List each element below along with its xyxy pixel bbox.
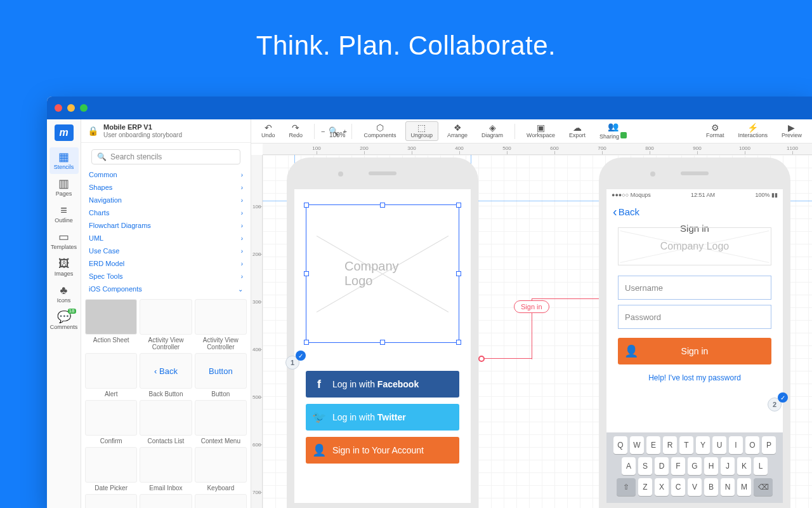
stencil-item[interactable]: ButtonButton: [195, 353, 247, 398]
key-f[interactable]: F: [671, 457, 685, 475]
app-logo: m: [55, 124, 74, 141]
zoom-out-icon[interactable]: −: [321, 128, 325, 135]
twitter-login-button[interactable]: 🐦Log in with Twitter: [306, 404, 459, 431]
stencil-item[interactable]: Activity View Controller: [140, 299, 192, 351]
preview-button[interactable]: ▶Preview: [776, 122, 807, 140]
category-spec-tools[interactable]: Spec Tools›: [86, 270, 246, 283]
category-use-case[interactable]: Use Case›: [86, 244, 246, 257]
key-t[interactable]: T: [679, 436, 693, 454]
stencil-item[interactable]: Keyboard: [195, 447, 247, 491]
redo-button[interactable]: ↷Redo: [284, 122, 308, 140]
top-toolbar: ↶Undo ↷Redo −🔍+ 100% ⬡Components ⬚Ungrou…: [251, 119, 812, 144]
phone-mockup-1[interactable]: Company Logo fLog in with Facebook 🐦Log …: [287, 157, 478, 508]
stencil-item[interactable]: Email Inbox: [140, 447, 192, 491]
key-r[interactable]: R: [663, 436, 677, 454]
key-b[interactable]: B: [704, 478, 718, 496]
stencil-item[interactable]: Activity View Controller: [195, 299, 247, 351]
stencil-item[interactable]: Alert: [85, 353, 137, 398]
key-h[interactable]: H: [704, 457, 718, 475]
key-v[interactable]: V: [688, 478, 702, 496]
window-close-button[interactable]: [55, 104, 62, 112]
key-k[interactable]: K: [737, 457, 751, 475]
stencil-item[interactable]: ‹ BackBack Button: [140, 353, 192, 398]
key-l[interactable]: L: [754, 457, 768, 475]
key-q[interactable]: Q: [613, 436, 627, 454]
stencil-item[interactable]: Compose: [140, 494, 192, 508]
rail-pages[interactable]: ▥Pages: [49, 174, 79, 201]
rail-outline[interactable]: ≡Outline: [49, 201, 79, 227]
interactions-button[interactable]: ⚡Interactions: [733, 122, 773, 140]
signin-button[interactable]: 👤Sign in: [618, 338, 771, 364]
key-u[interactable]: U: [712, 436, 726, 454]
key-c[interactable]: C: [671, 478, 685, 496]
app-window: m ▦Stencils ▥Pages ≡Outline ▭Templates 🖼…: [47, 97, 812, 508]
templates-icon: ▭: [49, 231, 79, 243]
key-g[interactable]: G: [688, 457, 702, 475]
undo-button[interactable]: ↶Undo: [256, 122, 280, 140]
stencil-item[interactable]: [195, 494, 247, 508]
stencil-item[interactable]: Contacts List: [140, 400, 192, 444]
category-common[interactable]: Common›: [86, 168, 246, 181]
category-navigation[interactable]: Navigation›: [86, 194, 246, 206]
facebook-login-button[interactable]: fLog in with Facebook: [306, 371, 459, 398]
key-p[interactable]: P: [762, 436, 776, 454]
password-field[interactable]: Password: [618, 305, 771, 329]
key-n[interactable]: N: [721, 478, 735, 496]
key-x[interactable]: X: [655, 478, 669, 496]
interactions-icon: ⚡: [747, 123, 758, 133]
key-d[interactable]: D: [655, 457, 669, 475]
stencil-item[interactable]: Confirm: [85, 400, 137, 444]
rail-stencils[interactable]: ▦Stencils: [49, 147, 79, 174]
rail-templates[interactable]: ▭Templates: [49, 227, 79, 254]
window-minimize-button[interactable]: [67, 104, 75, 112]
phone-2-screen: ●●●○○ Moqups 12:51 AM 100% ▮▮ ‹Back Sign…: [606, 189, 783, 503]
export-button[interactable]: ☁Export: [564, 122, 591, 140]
workspace-button[interactable]: ▣Workspace: [521, 122, 560, 140]
phone-mockup-2[interactable]: ●●●○○ Moqups 12:51 AM 100% ▮▮ ‹Back Sign…: [599, 157, 790, 508]
key-o[interactable]: O: [745, 436, 759, 454]
ungroup-button[interactable]: ⬚Ungroup: [405, 121, 439, 141]
stencil-item[interactable]: Context Menu: [195, 400, 247, 444]
workspace-icon: ▣: [537, 123, 545, 133]
key-i[interactable]: I: [729, 436, 743, 454]
outline-icon: ≡: [49, 204, 79, 216]
category-ios-components[interactable]: iOS Components⌄: [86, 283, 246, 295]
link-label[interactable]: Sign in: [514, 300, 549, 313]
window-zoom-button[interactable]: [80, 104, 88, 112]
key-m[interactable]: M: [737, 478, 751, 496]
key-s[interactable]: S: [638, 457, 652, 475]
key-e[interactable]: E: [646, 436, 660, 454]
category-charts[interactable]: Charts›: [86, 206, 246, 219]
main-area: ↶Undo ↷Redo −🔍+ 100% ⬡Components ⬚Ungrou…: [251, 119, 812, 508]
search-input[interactable]: 🔍 Search stencils: [91, 149, 240, 164]
category-shapes[interactable]: Shapes›: [86, 181, 246, 194]
rail-comments[interactable]: 💬18 Comments: [49, 307, 79, 334]
selection-box[interactable]: Company Logo: [306, 204, 459, 343]
rail-images[interactable]: 🖼Images: [49, 254, 79, 281]
key-j[interactable]: J: [721, 457, 735, 475]
category-flowchart-diagrams[interactable]: Flowchart Diagrams›: [86, 219, 246, 232]
left-rail: m ▦Stencils ▥Pages ≡Outline ▭Templates 🖼…: [47, 119, 81, 508]
back-button[interactable]: ‹Back: [606, 201, 783, 223]
connector-start[interactable]: [478, 356, 485, 362]
key-z[interactable]: Z: [638, 478, 652, 496]
category-erd-model[interactable]: ERD Model›: [86, 257, 246, 270]
key-a[interactable]: A: [622, 457, 636, 475]
key-w[interactable]: W: [630, 436, 644, 454]
key-y[interactable]: Y: [696, 436, 710, 454]
stencil-item[interactable]: Date Picker: [85, 447, 137, 491]
hero-tagline: Think. Plan. Collaborate.: [0, 0, 812, 61]
stencil-item[interactable]: Action Sheet: [85, 299, 137, 351]
canvas[interactable]: Company Logo fLog in with Facebook 🐦Log …: [263, 155, 812, 508]
signin-account-button[interactable]: 👤Sign in to Your Account: [306, 437, 459, 464]
arrange-button[interactable]: ❖Arrange: [442, 122, 473, 140]
components-button[interactable]: ⬡Components: [358, 122, 401, 140]
sharing-button[interactable]: 👥Sharing: [594, 121, 632, 141]
stencil-item[interactable]: [85, 494, 137, 508]
category-uml[interactable]: UML›: [86, 232, 246, 244]
format-button[interactable]: ⚙Format: [701, 122, 730, 140]
forgot-password-link[interactable]: Help! I've lost my password: [606, 373, 783, 382]
rail-icons[interactable]: ♣Icons: [49, 281, 79, 307]
username-field[interactable]: Username: [618, 276, 771, 300]
diagram-button[interactable]: ◈Diagram: [476, 122, 508, 140]
